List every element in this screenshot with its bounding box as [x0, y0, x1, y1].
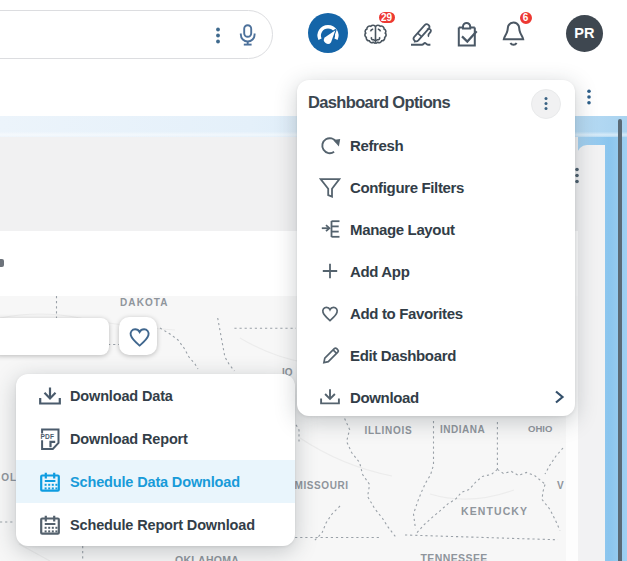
svg-text:V: V: [557, 480, 564, 491]
svg-text:OHIO: OHIO: [528, 423, 552, 434]
svg-text:COL: COL: [0, 472, 17, 483]
svg-text:MISSOURI: MISSOURI: [295, 480, 349, 491]
svg-text:TENNESSEE: TENNESSEE: [421, 552, 488, 561]
svg-text:ILLINOIS: ILLINOIS: [365, 425, 413, 436]
svg-text:PDF: PDF: [41, 432, 55, 439]
svg-text:INDIANA: INDIANA: [440, 424, 485, 435]
svg-text:DAKOTA: DAKOTA: [120, 297, 169, 308]
svg-text:KENTUCKY: KENTUCKY: [461, 505, 528, 517]
svg-text:OKLAHOMA: OKLAHOMA: [175, 554, 239, 561]
